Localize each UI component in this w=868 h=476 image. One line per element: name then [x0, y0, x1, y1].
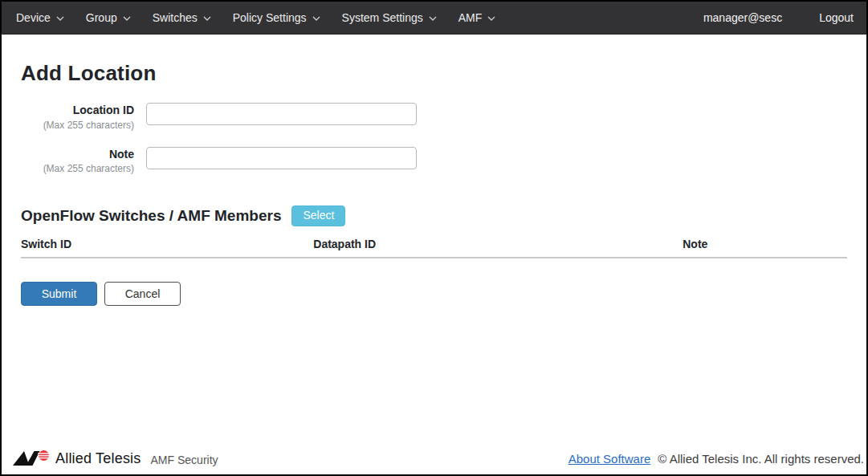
page-title: Add Location [21, 61, 847, 86]
label-col: Note (Max 255 characters) [21, 147, 134, 176]
cancel-button[interactable]: Cancel [104, 282, 181, 306]
note-input[interactable] [146, 147, 417, 169]
members-section-header: OpenFlow Switches / AMF Members Select [21, 205, 847, 226]
location-id-input[interactable] [146, 103, 417, 125]
product-name: AMF Security [151, 450, 218, 466]
chevron-down-icon [203, 16, 211, 21]
nav-item-label: Switches [153, 11, 198, 24]
footer: Allied Telesis AMF Security About Softwa… [2, 445, 866, 474]
nav-item-label: AMF [458, 11, 483, 24]
chevron-down-icon [123, 16, 131, 21]
nav-item-group[interactable]: Group [83, 8, 134, 27]
copyright-text: © Allied Telesis Inc. All rights reserve… [658, 452, 864, 466]
form-row-location-id: Location ID (Max 255 characters) [21, 103, 847, 132]
chevron-down-icon [56, 16, 64, 21]
app-window: Device Group Switches Policy Settings [0, 0, 868, 476]
select-members-button[interactable]: Select [291, 205, 345, 226]
members-table: Switch ID Datapath ID Note [21, 238, 847, 258]
label-col: Location ID (Max 255 characters) [21, 103, 134, 132]
nav-item-switches[interactable]: Switches [149, 8, 214, 27]
nav-menu: Device Group Switches Policy Settings [13, 8, 514, 27]
nav-item-label: System Settings [342, 11, 423, 24]
note-hint: (Max 255 characters) [21, 163, 134, 175]
column-header-datapath-id: Datapath ID [313, 238, 683, 258]
brand-name: Allied Telesis [55, 450, 141, 467]
nav-item-label: Group [86, 11, 117, 24]
allied-telesis-logo-icon [13, 450, 50, 467]
footer-brand: Allied Telesis AMF Security [13, 450, 218, 467]
chevron-down-icon [487, 16, 495, 21]
location-id-hint: (Max 255 characters) [21, 120, 134, 132]
logout-button[interactable]: Logout [819, 11, 854, 24]
nav-item-label: Device [16, 11, 51, 24]
note-label: Note [21, 148, 134, 162]
location-id-label: Location ID [21, 104, 134, 118]
nav-item-label: Policy Settings [233, 11, 307, 24]
nav-item-amf[interactable]: AMF [455, 8, 499, 27]
top-navbar: Device Group Switches Policy Settings [2, 2, 866, 35]
footer-links: About Software © Allied Telesis Inc. All… [568, 452, 864, 466]
nav-item-system-settings[interactable]: System Settings [339, 8, 440, 27]
members-section-title: OpenFlow Switches / AMF Members [21, 207, 281, 225]
chevron-down-icon [312, 16, 320, 21]
logged-in-user: manager@sesc [703, 11, 782, 24]
nav-item-device[interactable]: Device [13, 8, 67, 27]
main-content: Add Location Location ID (Max 255 charac… [2, 35, 866, 445]
chevron-down-icon [429, 16, 437, 21]
nav-item-policy-settings[interactable]: Policy Settings [230, 8, 324, 27]
column-header-switch-id: Switch ID [21, 238, 313, 258]
submit-button[interactable]: Submit [21, 282, 97, 306]
nav-right: manager@sesc Logout [703, 11, 854, 24]
form-row-note: Note (Max 255 characters) [21, 147, 847, 176]
members-table-header-row: Switch ID Datapath ID Note [21, 238, 847, 258]
about-software-link[interactable]: About Software [568, 452, 651, 466]
add-location-form: Location ID (Max 255 characters) Note (M… [21, 103, 847, 175]
form-actions: Submit Cancel [21, 282, 847, 306]
column-header-note: Note [683, 238, 847, 258]
